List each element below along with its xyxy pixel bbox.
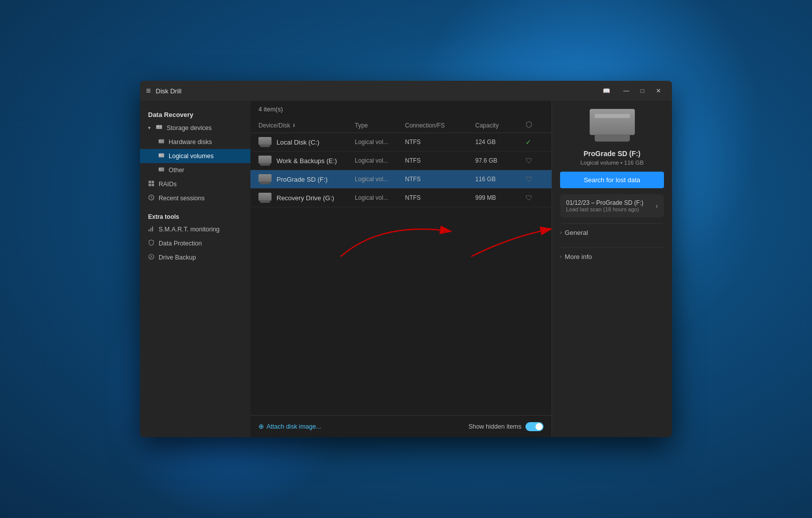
col-status	[525, 121, 544, 130]
drive-backup-icon	[148, 253, 155, 262]
attach-label: Attach disk image...	[266, 423, 321, 430]
svg-rect-10	[152, 181, 154, 183]
device-name: Recovery Drive (G:)	[277, 194, 334, 202]
detail-panel: ProGrade SD (F:) Logical volume • 116 GB…	[552, 101, 672, 437]
attach-disk-link[interactable]: ⊕ Attach disk image...	[258, 423, 321, 430]
accordion-arrow-icon: ›	[560, 230, 562, 235]
col-type-label: Type	[355, 122, 368, 129]
last-scan-info: 01/12/23 – ProGrade SD (F:) Load last sc…	[566, 199, 643, 212]
svg-rect-0	[156, 125, 162, 129]
col-capacity: Capacity	[475, 121, 525, 130]
cell-type: Logical vol...	[355, 157, 405, 164]
svg-rect-15	[151, 228, 152, 231]
table-body: Local Disk (C:) Logical vol... NTFS 124 …	[250, 133, 552, 415]
table-footer: ⊕ Attach disk image... Show hidden items	[250, 415, 552, 437]
accordion-more-info[interactable]: › More info	[560, 247, 664, 266]
device-name: Work & Backups (E:)	[277, 157, 337, 165]
svg-rect-1	[157, 126, 159, 127]
shield-header-icon	[525, 121, 532, 130]
accordion-more-info-label: More info	[565, 253, 592, 261]
sidebar-item-raids[interactable]: RAIDs	[140, 177, 250, 191]
sidebar-item-drive-backup[interactable]: Drive Backup	[140, 250, 250, 265]
svg-rect-11	[149, 184, 151, 186]
svg-rect-4	[159, 141, 161, 142]
recent-sessions-icon	[148, 194, 155, 202]
logical-volume-icon	[158, 152, 165, 160]
svg-rect-6	[159, 155, 161, 156]
device-cell: Work & Backups (E:)	[258, 156, 355, 166]
items-count: 4 item(s)	[250, 101, 552, 118]
cell-capacity: 124 GB	[475, 139, 525, 146]
show-hidden-toggle[interactable]	[525, 422, 544, 431]
titlebar: ≡ Disk Drill 📖 — □ ✕	[140, 81, 672, 101]
status-icon-green: ✓	[525, 138, 544, 146]
accordion-general-label: General	[565, 229, 588, 236]
search-lost-data-button[interactable]: Search for lost data	[560, 172, 664, 188]
cell-fs: NTFS	[405, 194, 475, 201]
app-window: ≡ Disk Drill 📖 — □ ✕ Data Recovery ▾	[140, 81, 672, 437]
last-scan-box[interactable]: 01/12/23 – ProGrade SD (F:) Load last sc…	[560, 194, 664, 217]
cell-capacity: 999 MB	[475, 194, 525, 201]
accordion-general[interactable]: › General	[560, 223, 664, 241]
col-device-label: Device/Disk	[258, 122, 290, 129]
attach-plus-icon: ⊕	[258, 423, 264, 430]
device-name: Local Disk (C:)	[277, 139, 319, 146]
sidebar-item-data-protection[interactable]: Data Protection	[140, 236, 250, 250]
accordion-arrow-icon-2: ›	[560, 254, 562, 260]
data-protection-icon	[148, 239, 155, 247]
sidebar-item-recent-sessions[interactable]: Recent sessions	[140, 191, 250, 205]
show-hidden-label: Show hidden items	[468, 423, 521, 430]
last-scan-subtitle: Load last scan (18 hours ago)	[566, 206, 643, 212]
data-protection-label: Data Protection	[159, 240, 202, 247]
sidebar-item-storage-devices[interactable]: ▾ Storage devices	[140, 120, 250, 135]
col-capacity-label: Capacity	[475, 122, 499, 129]
sidebar-item-hardware-disks[interactable]: Hardware disks	[140, 135, 250, 149]
cell-type: Logical vol...	[355, 139, 405, 146]
recent-sessions-label: Recent sessions	[159, 195, 205, 202]
status-icon-gray: 🛡	[525, 175, 544, 183]
sort-icon: ⬇	[292, 123, 296, 128]
cell-fs: NTFS	[405, 176, 475, 183]
svg-rect-14	[149, 229, 150, 231]
close-button[interactable]: ✕	[651, 84, 666, 98]
section-data-recovery: Data Recovery	[140, 107, 250, 120]
table-row[interactable]: Work & Backups (E:) Logical vol... NTFS …	[250, 152, 552, 170]
table-row[interactable]: Local Disk (C:) Logical vol... NTFS 124 …	[250, 133, 552, 152]
raids-icon	[148, 180, 155, 188]
book-button[interactable]: 📖	[599, 84, 614, 98]
device-name: ProGrade SD (F:)	[277, 176, 328, 183]
svg-rect-8	[159, 169, 161, 170]
accordion-header-more-info[interactable]: › More info	[560, 253, 664, 261]
minimize-button[interactable]: —	[619, 84, 634, 98]
cell-capacity: 97.6 GB	[475, 157, 525, 164]
window-controls: 📖 — □ ✕	[599, 84, 666, 98]
drive-icon	[258, 174, 272, 184]
detail-drive-name: ProGrade SD (F:)	[560, 150, 664, 158]
storage-devices-label: Storage devices	[167, 124, 212, 132]
drive-icon	[258, 137, 272, 147]
arrow-right-icon: ›	[655, 202, 658, 210]
accordion-header-general[interactable]: › General	[560, 229, 664, 236]
last-scan-date: 01/12/23 – ProGrade SD (F:)	[566, 199, 643, 206]
other-label: Other	[169, 167, 184, 174]
table-row[interactable]: Recovery Drive (G:) Logical vol... NTFS …	[250, 189, 552, 207]
show-hidden-container: Show hidden items	[468, 422, 544, 431]
status-icon-gray: 🛡	[525, 157, 544, 165]
cell-capacity: 116 GB	[475, 176, 525, 183]
maximize-button[interactable]: □	[635, 84, 650, 98]
other-icon	[158, 166, 165, 174]
table-header: Device/Disk ⬇ Type Connection/FS Capacit…	[250, 118, 552, 133]
sidebar-item-smart[interactable]: S.M.A.R.T. monitoring	[140, 222, 250, 236]
menu-icon[interactable]: ≡	[146, 86, 151, 95]
svg-point-2	[160, 126, 161, 127]
sidebar: Data Recovery ▾ Storage devices	[140, 101, 250, 437]
sidebar-item-other[interactable]: Other	[140, 163, 250, 177]
extra-tools-label: Extra tools	[140, 205, 250, 222]
cell-type: Logical vol...	[355, 194, 405, 201]
sidebar-item-logical-volumes[interactable]: Logical volumes	[140, 149, 250, 163]
smart-label: S.M.A.R.T. monitoring	[159, 226, 220, 233]
window-title: Disk Drill	[156, 87, 599, 95]
status-icon-gray: 🛡	[525, 194, 544, 202]
drive-icon	[258, 193, 272, 203]
table-row[interactable]: ProGrade SD (F:) Logical vol... NTFS 116…	[250, 170, 552, 189]
